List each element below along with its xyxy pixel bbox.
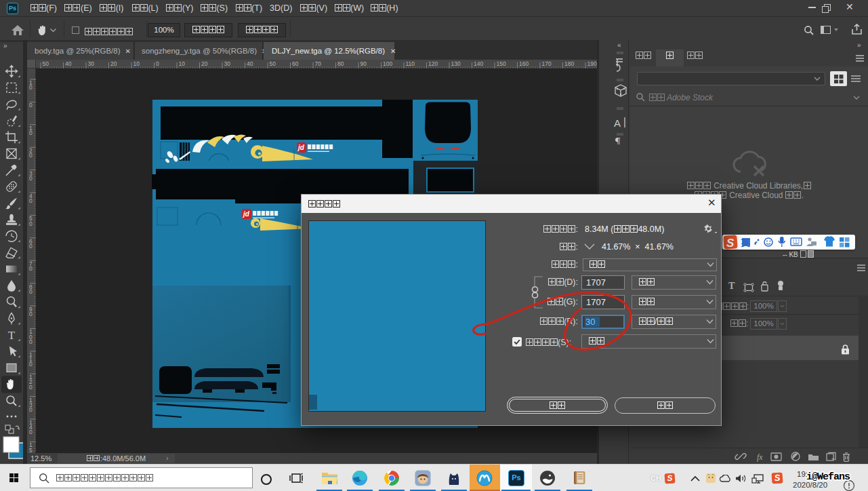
svg-text:0: 0 bbox=[29, 265, 33, 272]
svg-text:70: 70 bbox=[315, 60, 322, 67]
svg-text:0: 0 bbox=[29, 175, 33, 182]
svg-text:0: 0 bbox=[29, 384, 33, 391]
svg-text:40: 40 bbox=[65, 60, 72, 67]
svg-text:0: 0 bbox=[156, 60, 159, 67]
svg-text:50: 50 bbox=[270, 60, 276, 67]
svg-text:170: 170 bbox=[542, 60, 552, 67]
svg-text:0: 0 bbox=[29, 102, 33, 109]
svg-text:A: A bbox=[614, 117, 621, 129]
svg-text:90: 90 bbox=[360, 60, 367, 67]
svg-text:110: 110 bbox=[406, 60, 415, 67]
svg-text:0: 0 bbox=[29, 288, 33, 295]
svg-text:0: 0 bbox=[29, 197, 33, 204]
svg-text:0: 0 bbox=[29, 338, 33, 345]
svg-text:0: 0 bbox=[29, 84, 33, 91]
svg-text:0: 0 bbox=[29, 220, 33, 227]
svg-text:160: 160 bbox=[519, 60, 529, 67]
svg-text:0: 0 bbox=[29, 152, 33, 159]
svg-text:S: S bbox=[726, 237, 735, 250]
svg-text:40: 40 bbox=[247, 60, 253, 67]
svg-text:190: 190 bbox=[587, 60, 597, 67]
svg-text:jd: jd bbox=[242, 210, 250, 218]
svg-text:50: 50 bbox=[43, 60, 49, 67]
svg-text:fx: fx bbox=[757, 452, 763, 462]
svg-text:180: 180 bbox=[564, 60, 574, 67]
svg-text:30: 30 bbox=[88, 60, 95, 67]
svg-text:T: T bbox=[8, 329, 16, 342]
svg-text:0: 0 bbox=[29, 429, 33, 435]
svg-text:150: 150 bbox=[497, 60, 506, 67]
svg-text:140: 140 bbox=[474, 60, 483, 67]
svg-text:10: 10 bbox=[179, 60, 186, 67]
svg-text:30: 30 bbox=[224, 60, 231, 67]
svg-text:60: 60 bbox=[292, 60, 299, 67]
svg-text:20: 20 bbox=[110, 60, 117, 67]
svg-text:20: 20 bbox=[201, 60, 208, 67]
svg-text:10: 10 bbox=[133, 60, 140, 67]
svg-text:0: 0 bbox=[29, 406, 33, 413]
svg-text:0: 0 bbox=[29, 243, 33, 250]
svg-text:jd: jd bbox=[297, 144, 305, 151]
svg-text:0: 0 bbox=[29, 130, 33, 136]
svg-text:100: 100 bbox=[383, 60, 392, 67]
svg-text:0: 0 bbox=[29, 361, 33, 368]
svg-text:¶: ¶ bbox=[615, 136, 621, 144]
svg-text:0: 0 bbox=[29, 311, 33, 317]
svg-text:120: 120 bbox=[428, 60, 438, 67]
svg-text:80: 80 bbox=[337, 60, 344, 67]
svg-text:130: 130 bbox=[451, 60, 461, 67]
